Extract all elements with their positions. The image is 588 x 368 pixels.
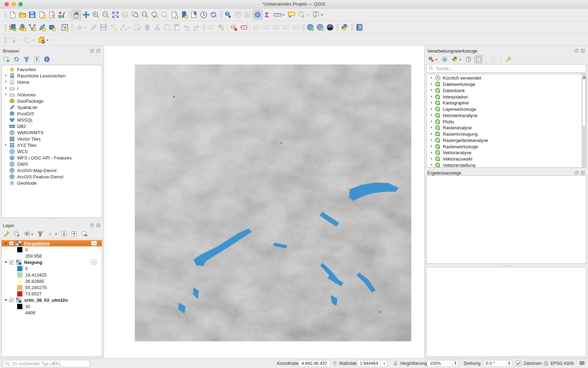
open-data-source-manager[interactable] [8,22,18,32]
processing-toolbox-toggle[interactable] [253,10,262,20]
scroll-up-arrow-icon[interactable] [583,75,586,78]
collapse-arrow-icon[interactable] [4,260,9,265]
expand-arrow-icon[interactable] [429,163,435,168]
remove-layer[interactable] [80,230,89,238]
show-statistics[interactable] [243,10,253,20]
undo[interactable] [182,22,191,32]
browser-item-xyz-tiles[interactable]: XYZ Tiles [2,142,102,148]
zoom-out[interactable] [101,10,111,20]
browser-item-arcgis-feature[interactable]: ArcGIS-Feature-Dienst [2,173,102,180]
expand-arrow-icon[interactable] [4,105,9,110]
zoom-to-layer[interactable] [130,10,140,20]
toolbox-vektoranalyse[interactable]: Vektoranalyse [427,150,582,156]
processing-options[interactable] [504,55,513,63]
add-wms-layer[interactable] [18,22,27,32]
collapse-all-layers[interactable] [70,230,78,238]
identify-features[interactable] [223,10,233,20]
toggle-editing[interactable] [89,22,99,32]
layer-srtm[interactable]: srtm_38_03_utm32n [2,297,102,303]
expand-arrow-icon[interactable] [4,73,9,78]
redo[interactable] [191,22,201,32]
spinner-arrows-icon[interactable] [452,360,458,367]
expand-arrow-icon[interactable] [429,157,435,162]
browser-properties[interactable] [43,55,51,63]
help-contents[interactable] [355,22,364,32]
open-attribute-table[interactable] [233,10,243,20]
pan-to-selection[interactable] [81,10,91,20]
close-panel-icon[interactable] [96,48,101,53]
expand-arrow-icon[interactable] [4,180,9,185]
close-panel-icon[interactable] [580,48,585,53]
browser-item-postgis[interactable]: PostGIS [2,110,102,117]
toolbox-vektorerstellung[interactable]: Vektorerstellung [427,162,582,168]
filter-legend[interactable] [36,230,44,238]
expand-arrow-icon[interactable] [4,67,9,72]
lock-scale-icon[interactable] [393,361,398,366]
browser-item-geonode[interactable]: GeoNode [2,180,102,186]
coordinate-input[interactable]: 4.642,46.437 [298,360,330,367]
magnifier-spinbox[interactable]: 100% [427,360,458,367]
rotation-spinbox[interactable]: 0.0 ° [483,360,512,367]
expand-arrow-icon[interactable] [4,124,9,129]
expand-arrow-icon[interactable] [4,92,9,97]
toolbox-interpolation[interactable]: Interpolation [427,94,582,100]
processing-log[interactable] [474,55,483,63]
browser-refresh[interactable] [12,55,21,63]
browser-item-vector-tiles[interactable]: Vector Tiles [2,136,102,142]
expand-arrow-icon[interactable] [4,86,9,91]
float-panel-icon[interactable] [574,48,579,53]
collapse-arrow-icon[interactable] [4,298,9,302]
r-scripts[interactable] [440,55,449,63]
digitize-points[interactable] [108,22,118,32]
toolbox-datenbank[interactable]: Datenbank [427,88,582,94]
browser-item-spatialite[interactable]: SpatiaLite [2,104,102,110]
browser-filter[interactable] [22,55,31,63]
zoom-next[interactable] [160,10,169,20]
measure-line[interactable] [272,10,287,20]
show-statistical-summary[interactable] [262,10,272,20]
expand-arrow-icon[interactable] [4,168,9,173]
copy-features[interactable] [162,22,172,32]
expand-arrow-icon[interactable] [429,82,435,87]
open-layer-styling[interactable] [2,230,10,238]
toolbox-netzwerkanalyse[interactable]: Netzwerkanalyse [427,113,582,119]
expand-arrow-icon[interactable] [429,113,435,118]
layer-checkbox[interactable] [9,260,14,265]
close-panel-icon[interactable] [96,223,101,228]
results-viewer[interactable] [489,55,498,63]
layer-neigung[interactable]: Neigung [2,259,102,265]
chevron-down-icon[interactable] [380,360,387,367]
layer-checkbox[interactable] [9,298,14,302]
osm-place-search[interactable] [325,22,335,32]
layer-perspektive[interactable]: Perspektive [2,240,102,246]
move-label[interactable] [271,22,281,32]
zoom-native-resolution[interactable] [140,10,150,20]
text-annotation[interactable] [311,10,325,20]
browser-item-mssql[interactable]: MSSQL [2,117,102,123]
browser-item-lesezeichen[interactable]: Räumliche Lesezeichen [2,73,102,79]
cut-features[interactable] [152,22,162,32]
add-group[interactable] [12,230,21,238]
expand-arrow-icon[interactable] [4,162,9,166]
toolbox-search-input[interactable] [426,64,586,73]
expand-arrow-icon[interactable] [429,150,435,155]
zoom-full-extent[interactable] [111,10,120,20]
run-feature-action[interactable] [296,10,311,20]
layer-diagram-options[interactable] [216,22,226,32]
metasearch[interactable] [315,22,325,32]
browser-item-root[interactable]: / [2,85,102,91]
show-map-tips[interactable] [287,10,296,20]
modify-attributes[interactable] [133,22,142,32]
toolbox-layerwerkzeuge[interactable]: Layerwerkzeuge [427,106,582,113]
labeling-pin-settings[interactable] [229,22,239,32]
browser-item-favoriten[interactable]: Favoriten [2,66,102,73]
rotate-label[interactable] [281,22,291,32]
scrollbar-thumb[interactable] [582,79,586,127]
browser-add-selected-layers[interactable] [2,55,10,63]
style-manager[interactable] [57,10,66,20]
locator-search-input[interactable] [3,360,90,367]
toolbox-plotts[interactable]: Plotts [427,118,582,125]
panel-splitter[interactable] [0,217,104,220]
minimize-window-button[interactable] [12,2,16,6]
browser-item-volumes[interactable]: /Volumes [2,91,102,98]
